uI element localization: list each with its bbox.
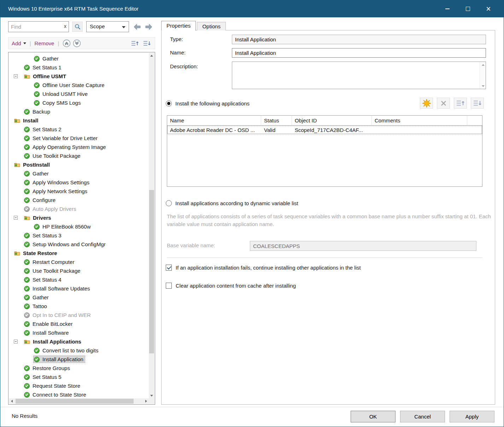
tab-properties[interactable]: Properties (161, 21, 196, 31)
tree-item[interactable]: Set Status 2 (9, 125, 149, 134)
dynamic-variable-radio[interactable]: Install applications according to dynami… (166, 200, 298, 206)
tree-item-label: Gather (33, 294, 49, 300)
install-following-radio[interactable]: Install the following applications (166, 100, 250, 106)
app-table-body: Adobe Acrobat Reader DC - OSD ...ValidSc… (167, 126, 482, 134)
tree-item-label: Set Status 3 (33, 232, 61, 238)
tree-item[interactable]: Install Application (9, 355, 149, 364)
tree-item[interactable]: Apply Operating System Image (9, 143, 149, 151)
tree-item[interactable]: Backup (9, 107, 149, 116)
tree-item[interactable]: Convert list to two digits (9, 346, 149, 355)
collapse-expander-icon[interactable] (14, 216, 24, 220)
tree-item[interactable]: Restore Groups (9, 364, 149, 373)
move-up-button[interactable] (130, 39, 140, 47)
move-item-up-button[interactable] (454, 98, 467, 109)
step-success-icon (24, 109, 30, 115)
tree-item[interactable]: Install (9, 116, 149, 125)
tree-item[interactable]: Set Status 5 (9, 373, 149, 381)
new-application-button[interactable] (420, 98, 433, 109)
column-header-comments[interactable]: Comments (372, 116, 467, 125)
clear-cache-checkbox[interactable]: Clear application content from cache aft… (166, 283, 296, 289)
dynamic-variable-help-text: The list of applications consists of a s… (167, 213, 492, 228)
tree-item[interactable]: Enable BitLocker (9, 319, 149, 328)
scroll-up-button[interactable] (480, 62, 486, 68)
tab-options[interactable]: Options (197, 22, 226, 30)
tree-item-label: Set Status 5 (33, 374, 61, 380)
tree-item-label: Copy SMS Logs (42, 100, 81, 106)
close-button[interactable]: × (478, 0, 499, 17)
name-field[interactable] (232, 48, 486, 58)
ok-button[interactable]: OK (351, 411, 395, 422)
tree-item[interactable]: Copy SMS Logs (9, 98, 149, 107)
tree-item[interactable]: Request State Store (9, 381, 149, 390)
collapse-all-button[interactable] (63, 39, 71, 47)
tree-item[interactable]: Apply Windows Settings (9, 178, 149, 187)
tree-item[interactable]: Set Variable for Drive Letter (9, 134, 149, 143)
scroll-down-button[interactable] (480, 83, 486, 89)
tree-item[interactable]: Set Status 1 (9, 63, 149, 72)
tree-item[interactable]: HP EliteBook 8560w (9, 222, 149, 231)
description-field[interactable] (232, 62, 486, 89)
type-field[interactable] (232, 35, 486, 44)
collapse-expander-icon[interactable] (14, 74, 24, 78)
tree-item[interactable]: State Restore (9, 249, 149, 258)
tree-item[interactable]: Gather (9, 169, 149, 178)
maximize-button[interactable] (458, 0, 478, 17)
column-header-status[interactable]: Status (261, 116, 292, 125)
add-button[interactable]: Add (12, 40, 26, 46)
find-next-button[interactable] (144, 22, 154, 31)
cancel-button[interactable]: Cancel (400, 411, 445, 422)
tree-item[interactable]: Tattoo (9, 302, 149, 311)
tree-vertical-scrollbar[interactable] (149, 53, 154, 398)
move-down-button[interactable] (142, 39, 152, 47)
tree-item-label: Install Applications (33, 339, 81, 345)
find-previous-button[interactable] (132, 22, 142, 31)
tree-item[interactable]: Opt In to CEIP and WER (9, 311, 149, 319)
find-clear-icon[interactable]: x (64, 23, 66, 29)
tree-item[interactable]: Restart Computer (9, 258, 149, 266)
scroll-up-button[interactable] (149, 53, 154, 58)
minimize-button[interactable] (437, 0, 458, 17)
move-item-down-button[interactable] (471, 98, 484, 109)
scroll-right-button[interactable] (143, 398, 149, 404)
expand-all-button[interactable] (73, 39, 81, 47)
tree-item[interactable]: Gather (9, 54, 149, 63)
horizontal-scroll-thumb[interactable] (16, 399, 134, 404)
description-scrollbar[interactable] (480, 62, 486, 89)
apply-button[interactable]: Apply (450, 411, 494, 422)
tree-item-label: Backup (33, 109, 50, 115)
delete-application-button[interactable] (437, 98, 450, 109)
tree-item[interactable]: Gather (9, 293, 149, 302)
tree-item[interactable]: Connect to State Store (9, 390, 149, 398)
tree-item[interactable]: Use Toolkit Package (9, 151, 149, 160)
tree-item[interactable]: Configure (9, 196, 149, 204)
folder-icon (14, 162, 20, 167)
vertical-scroll-thumb[interactable] (149, 190, 154, 353)
tree-item[interactable]: Set Status 4 (9, 275, 149, 284)
remove-button[interactable]: Remove (35, 40, 54, 46)
search-button[interactable] (72, 22, 83, 32)
collapse-expander-icon[interactable] (14, 340, 24, 344)
scroll-left-button[interactable] (9, 398, 14, 404)
tree-item[interactable]: Unload USMT Hive (9, 90, 149, 98)
continue-on-fail-checkbox[interactable]: If an application installation fails, co… (166, 265, 361, 271)
tree-item-label: Restore Groups (33, 365, 70, 371)
column-header-object-id[interactable]: Object ID (292, 116, 372, 125)
tree-horizontal-scrollbar[interactable] (9, 398, 149, 404)
tree-item[interactable]: PostInstall (9, 160, 149, 169)
tree-item[interactable]: Offline USMT (9, 72, 149, 81)
scroll-down-button[interactable] (149, 393, 154, 398)
column-header-name[interactable]: Name (167, 116, 261, 125)
tree-item[interactable]: Offline User State Capture (9, 81, 149, 90)
tree-item[interactable]: Drivers (9, 213, 149, 222)
tree-item[interactable]: Install Software Updates (9, 284, 149, 293)
tree-item[interactable]: Apply Network Settings (9, 187, 149, 196)
tree-item[interactable]: Install Applications (9, 337, 149, 346)
tree-item[interactable]: Use Toolkit Package (9, 266, 149, 275)
tree-item[interactable]: Set Status 3 (9, 231, 149, 240)
scope-dropdown[interactable]: Scope (86, 21, 129, 32)
application-row[interactable]: Adobe Acrobat Reader DC - OSD ...ValidSc… (167, 126, 482, 134)
tree-item[interactable]: Auto Apply Drivers (9, 204, 149, 213)
tree-item[interactable]: Setup Windows and ConfigMgr (9, 240, 149, 249)
find-input[interactable] (11, 22, 60, 31)
tree-item[interactable]: Install Software (9, 328, 149, 337)
